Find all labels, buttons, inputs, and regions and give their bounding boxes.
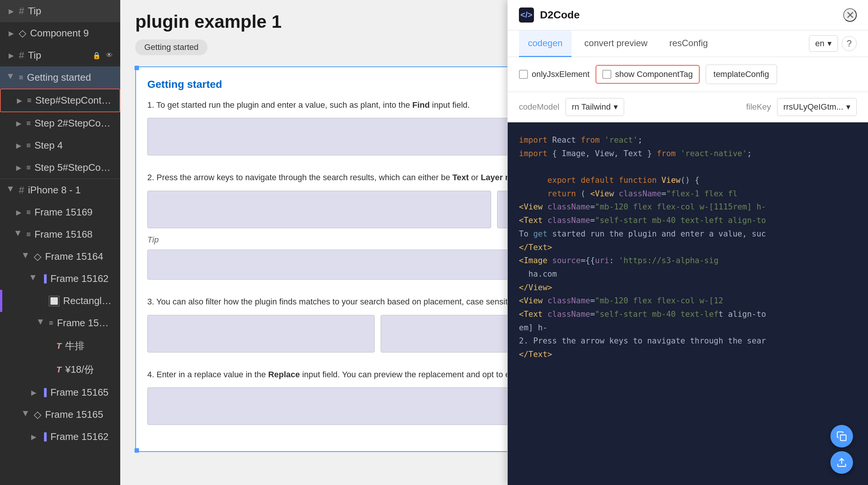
close-button[interactable]: ✕ (843, 8, 857, 22)
accent-bar (0, 290, 2, 312)
code-line-9: </Text> (519, 241, 857, 255)
sidebar-item-frame15165a[interactable]: ▶ ▐ Frame 15165 (0, 381, 120, 404)
sidebar-item-tip2[interactable]: ▶ # Tip 🔒 👁 (0, 44, 120, 66)
breadcrumb-chip[interactable]: Getting started (135, 39, 207, 55)
code-line-5: return ( <View className="flex-1 flex fl (519, 187, 857, 201)
sidebar-item-label: Frame 15162 (50, 431, 113, 443)
expand-arrow: ▶ (8, 8, 15, 15)
help-button[interactable]: ? (842, 36, 857, 51)
sidebar-item-iphone8[interactable]: ▶ # iPhone 8 - 1 (0, 179, 120, 201)
sidebar-item-step5[interactable]: ▶ ≡ Step 5#StepContent (0, 157, 120, 179)
sidebar-item-component9[interactable]: ▶ ◇ Component 9 (0, 22, 120, 44)
tab-resconfig[interactable]: resConfig (660, 30, 717, 57)
sidebar-item-frame15164a[interactable]: ▶ ◇ Frame 15164 (0, 246, 120, 268)
sidebar-item-label: Rectangle 6595 (63, 295, 113, 307)
show-component-label: show ComponentTag (615, 69, 693, 79)
sidebar-item-label: Step 4 (35, 140, 113, 151)
show-component-tag-option[interactable]: show ComponentTag (596, 65, 700, 84)
handle-tl (135, 66, 139, 70)
code-line-8: To get started run the plugin and enter … (519, 227, 857, 241)
expand-arrow: ▶ (8, 74, 15, 81)
sidebar-item-label: Frame 15165 (45, 409, 113, 420)
only-jsx-checkbox[interactable] (519, 70, 528, 79)
sidebar-item-label: Frame 15169 (35, 206, 113, 218)
show-component-checkbox[interactable] (602, 70, 611, 79)
tab-convert-preview[interactable]: convert preview (575, 30, 656, 57)
sidebar: ▶ # Tip ▶ ◇ Component 9 ▶ # Tip 🔒 👁 ▶ ≡ … (0, 0, 120, 485)
expand-arrow: ▶ (15, 164, 23, 172)
panel-tabs: codegen convert preview resConfig en ▾ ? (508, 30, 868, 57)
copy-fab-button[interactable] (830, 425, 853, 447)
code-line-4: export default function View() { (519, 174, 857, 187)
diamond-icon: ◇ (34, 251, 41, 262)
step2-image-a (147, 191, 491, 228)
sidebar-item-label: ¥18/份 (65, 363, 113, 376)
sidebar-item-tip-top[interactable]: ▶ # Tip (0, 0, 120, 22)
bars-icon: ≡ (26, 230, 31, 239)
code-model-label: codeModel (519, 102, 560, 112)
language-select[interactable]: en ▾ (809, 35, 838, 52)
bars-icon: ≡ (26, 119, 31, 128)
sidebar-item-text-niupai[interactable]: T 牛排 (0, 334, 120, 358)
text-icon: T (56, 341, 61, 351)
expand-arrow: ▶ (23, 411, 30, 419)
sidebar-item-frame15168[interactable]: ▶ ≡ Frame 15168 (0, 223, 120, 246)
expand-arrow: ▶ (15, 231, 23, 238)
sidebar-item-rect6595[interactable]: ⬜ Rectangle 6595 (0, 290, 120, 312)
sidebar-item-label: Component 9 (30, 27, 113, 39)
file-key-label: fileKey (746, 102, 771, 112)
expand-arrow: ▶ (23, 253, 30, 261)
step3-image-a (147, 315, 375, 352)
sidebar-item-frame15162b[interactable]: ▶ ▐ Frame 15162 (0, 426, 120, 448)
code-line-2: import { Image, View, Text } from 'react… (519, 147, 857, 161)
export-fab-button[interactable] (830, 451, 853, 474)
d2code-panel: </> D2Code ✕ codegen convert preview res… (507, 0, 868, 485)
sidebar-item-step-step-content[interactable]: ▶ ≡ Step#StepContent (0, 89, 120, 112)
diamond-icon: ◇ (19, 27, 26, 39)
code-line-10: <Image source={{uri: 'https://s3-alpha-s… (519, 254, 857, 268)
code-line-11: ha.com (519, 268, 857, 281)
only-jsx-label: onlyJsxElement (532, 69, 590, 79)
panel-options-row1: onlyJsxElement show ComponentTag templat… (508, 57, 868, 92)
bars-icon: ≡ (26, 141, 31, 150)
svg-rect-0 (841, 435, 846, 441)
chevron-down-icon: ▾ (827, 39, 832, 48)
sidebar-item-frame15169[interactable]: ▶ ≡ Frame 15169 (0, 201, 120, 223)
sidebar-item-frame15164b[interactable]: ▶ ≡ Frame 15164 (0, 312, 120, 334)
expand-arrow: ▶ (30, 389, 38, 396)
lock-icon: 🔒 (92, 51, 101, 60)
sidebar-item-label: Step 2#StepContent (35, 117, 113, 129)
tab-codegen[interactable]: codegen (519, 30, 572, 57)
sidebar-item-step2[interactable]: ▶ ≡ Step 2#StepContent (0, 112, 120, 134)
code-line-16: 2. Press the arrow keys to navigate thro… (519, 334, 857, 348)
sidebar-item-label: Frame 15162 (50, 273, 113, 285)
barchart-icon: ▐ (41, 432, 47, 441)
code-model-select[interactable]: rn Tailwind ▾ (566, 98, 625, 116)
expand-arrow: ▶ (15, 209, 23, 216)
code-line-12: </View> (519, 281, 857, 295)
code-line-7: <Text className="self-start mb-40 text-l… (519, 214, 857, 227)
sidebar-item-step4[interactable]: ▶ ≡ Step 4 (0, 134, 120, 157)
panel-title: D2Code (540, 9, 580, 21)
panel-options-row2: codeModel rn Tailwind ▾ fileKey rrsULyQe… (508, 92, 868, 122)
sidebar-item-getting-started[interactable]: ▶ ≡ Getting started (0, 66, 120, 89)
only-jsx-element-option[interactable]: onlyJsxElement (519, 69, 590, 79)
hashtag-icon: # (19, 50, 24, 61)
chevron-down-icon: ▾ (846, 102, 850, 112)
template-config-button[interactable]: templateConfig (706, 65, 777, 84)
file-key-select[interactable]: rrsULyQeIGtm... ▾ (777, 98, 857, 116)
hashtag-icon: # (19, 184, 24, 196)
expand-arrow: ▶ (30, 433, 38, 441)
expand-arrow: ▶ (8, 187, 15, 194)
barchart-icon: ▐ (41, 274, 47, 283)
bars-icon: ≡ (26, 208, 31, 217)
expand-arrow: ▶ (15, 120, 23, 127)
expand-arrow: ▶ (15, 142, 23, 149)
panel-logo-text: </> (520, 10, 532, 20)
sidebar-item-frame15162a[interactable]: ▶ ▐ Frame 15162 (0, 268, 120, 290)
code-line-3 (519, 160, 857, 174)
expand-arrow: ▶ (16, 97, 23, 104)
sidebar-item-frame15165b[interactable]: ▶ ◇ Frame 15165 (0, 404, 120, 426)
sidebar-item-label: Frame 15165 (50, 387, 113, 398)
sidebar-item-text-price[interactable]: T ¥18/份 (0, 358, 120, 381)
